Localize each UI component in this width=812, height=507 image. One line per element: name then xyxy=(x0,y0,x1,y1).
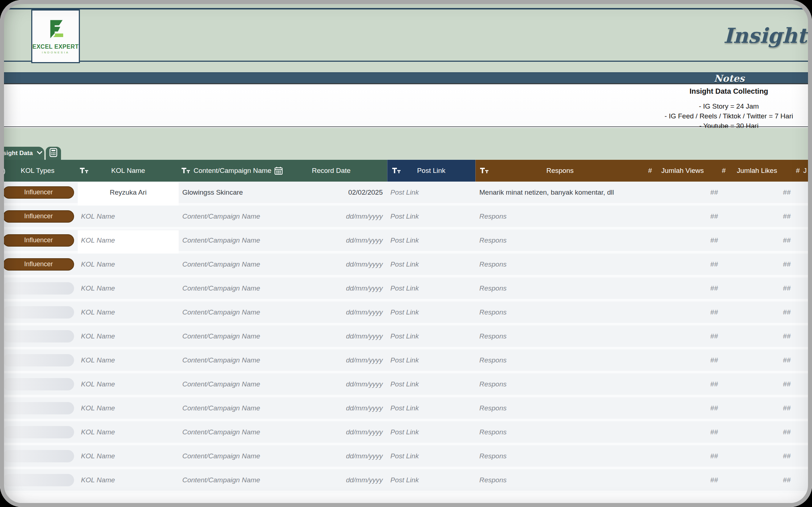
post-link-cell[interactable]: Post Link xyxy=(387,373,475,395)
header-post-link[interactable]: Post Link xyxy=(387,160,475,182)
post-link-cell[interactable]: Post Link xyxy=(387,397,475,419)
respons-cell[interactable]: Respons xyxy=(475,254,645,275)
likes-cell[interactable]: ## xyxy=(721,325,793,347)
post-link-cell[interactable]: Post Link xyxy=(387,421,475,443)
kol-name-cell[interactable]: KOL Name xyxy=(78,373,179,395)
header-record-date[interactable]: Record Date xyxy=(282,160,380,182)
kol-type-chip[interactable]: Influencer xyxy=(3,210,74,223)
respons-cell[interactable]: Respons xyxy=(475,277,645,299)
post-link-cell[interactable]: Post Link xyxy=(387,301,475,323)
content-cell[interactable]: Content/Campaign Name xyxy=(179,301,282,323)
kol-type-chip[interactable] xyxy=(3,354,74,366)
respons-cell[interactable]: Respons xyxy=(475,445,645,467)
kol-type-chip[interactable] xyxy=(3,306,74,319)
views-cell[interactable]: ## xyxy=(645,397,721,419)
content-cell[interactable]: Content/Campaign Name xyxy=(179,373,282,395)
kol-type-chip[interactable] xyxy=(3,474,74,486)
likes-cell[interactable]: ## xyxy=(721,469,793,491)
views-cell[interactable]: ## xyxy=(645,230,721,251)
views-cell[interactable]: ## xyxy=(645,349,721,371)
kol-name-cell[interactable]: KOL Name xyxy=(78,206,179,227)
kol-type-cell[interactable] xyxy=(0,469,75,491)
views-cell[interactable]: ## xyxy=(645,301,721,323)
kol-name-cell[interactable]: KOL Name xyxy=(78,301,179,323)
kol-type-cell[interactable] xyxy=(0,277,75,299)
likes-cell[interactable]: ## xyxy=(721,421,793,443)
likes-cell[interactable]: ## xyxy=(721,230,793,251)
kol-name-cell[interactable]: KOL Name xyxy=(78,445,179,467)
kol-type-chip[interactable] xyxy=(3,426,74,438)
kol-type-chip[interactable] xyxy=(3,450,74,462)
kol-type-cell[interactable] xyxy=(0,349,75,371)
post-link-cell[interactable]: Post Link xyxy=(387,182,475,203)
record-date-cell[interactable]: dd/mm/yyyy xyxy=(282,325,387,347)
content-cell[interactable]: Content/Campaign Name xyxy=(179,469,282,491)
views-cell[interactable]: ## xyxy=(645,206,721,227)
record-date-cell[interactable]: dd/mm/yyyy xyxy=(282,421,387,443)
content-cell[interactable]: Content/Campaign Name xyxy=(179,445,282,467)
kol-type-chip[interactable]: Influencer xyxy=(3,258,74,271)
respons-cell[interactable]: Respons xyxy=(475,373,645,395)
likes-cell[interactable]: ## xyxy=(721,397,793,419)
chevron-down-icon[interactable] xyxy=(36,150,43,157)
record-date-cell[interactable]: dd/mm/yyyy xyxy=(282,373,387,395)
views-cell[interactable]: ## xyxy=(645,254,721,275)
likes-cell[interactable]: ## xyxy=(721,445,793,467)
kol-type-chip[interactable] xyxy=(3,402,74,414)
likes-cell[interactable]: ## xyxy=(721,277,793,299)
post-link-cell[interactable]: Post Link xyxy=(387,349,475,371)
likes-cell[interactable]: ## xyxy=(721,254,793,275)
record-date-cell[interactable]: dd/mm/yyyy xyxy=(282,397,387,419)
kol-name-cell[interactable]: KOL Name xyxy=(78,254,179,275)
record-date-cell[interactable]: dd/mm/yyyy xyxy=(282,469,387,491)
kol-type-cell[interactable] xyxy=(0,445,75,467)
respons-cell[interactable]: Respons xyxy=(475,206,645,227)
kol-type-cell[interactable]: Influencer xyxy=(0,230,75,251)
post-link-cell[interactable]: Post Link xyxy=(387,254,475,275)
respons-cell[interactable]: Respons xyxy=(475,230,645,251)
content-cell[interactable]: Content/Campaign Name xyxy=(179,277,282,299)
header-partial-column[interactable]: J xyxy=(803,160,807,182)
respons-cell[interactable]: Respons xyxy=(475,469,645,491)
likes-cell[interactable]: ## xyxy=(721,301,793,323)
record-date-cell[interactable]: dd/mm/yyyy xyxy=(282,206,387,227)
header-jumlah-views[interactable]: Jumlah Views xyxy=(651,160,714,182)
kol-type-cell[interactable] xyxy=(0,397,75,419)
kol-type-cell[interactable] xyxy=(0,325,75,347)
header-respons[interactable]: Respons xyxy=(475,160,645,182)
respons-cell[interactable]: Menarik minat netizen, banyak komentar, … xyxy=(475,182,645,203)
post-link-cell[interactable]: Post Link xyxy=(387,469,475,491)
content-cell[interactable]: Glowingss Skincare xyxy=(179,182,282,203)
views-cell[interactable]: ## xyxy=(645,182,721,203)
record-date-cell[interactable]: dd/mm/yyyy xyxy=(282,445,387,467)
kol-type-cell[interactable] xyxy=(0,421,75,443)
views-cell[interactable]: ## xyxy=(645,445,721,467)
kol-type-chip[interactable]: Influencer xyxy=(3,234,74,247)
kol-name-cell[interactable]: KOL Name xyxy=(78,230,179,251)
record-date-cell[interactable]: 02/02/2025 xyxy=(282,182,387,203)
kol-type-chip[interactable] xyxy=(3,282,74,295)
kol-name-cell[interactable]: KOL Name xyxy=(78,469,179,491)
kol-type-cell[interactable]: Influencer xyxy=(0,182,75,203)
likes-cell[interactable]: ## xyxy=(721,373,793,395)
header-kol-types[interactable]: KOL Types xyxy=(0,160,75,182)
views-cell[interactable]: ## xyxy=(645,277,721,299)
content-cell[interactable]: Content/Campaign Name xyxy=(179,254,282,275)
respons-cell[interactable]: Respons xyxy=(475,397,645,419)
kol-name-cell[interactable]: KOL Name xyxy=(78,277,179,299)
content-cell[interactable]: Content/Campaign Name xyxy=(179,349,282,371)
views-cell[interactable]: ## xyxy=(645,469,721,491)
views-cell[interactable]: ## xyxy=(645,325,721,347)
post-link-cell[interactable]: Post Link xyxy=(387,277,475,299)
content-cell[interactable]: Content/Campaign Name xyxy=(179,397,282,419)
kol-type-cell[interactable] xyxy=(0,373,75,395)
kol-name-cell[interactable]: KOL Name xyxy=(78,325,179,347)
header-jumlah-likes[interactable]: Jumlah Likes xyxy=(725,160,789,182)
kol-name-cell[interactable]: KOL Name xyxy=(78,397,179,419)
content-cell[interactable]: Content/Campaign Name xyxy=(179,421,282,443)
views-cell[interactable]: ## xyxy=(645,421,721,443)
kol-name-cell[interactable]: Reyzuka Ari xyxy=(78,182,179,203)
post-link-cell[interactable]: Post Link xyxy=(387,445,475,467)
kol-name-cell[interactable]: KOL Name xyxy=(78,349,179,371)
post-link-cell[interactable]: Post Link xyxy=(387,230,475,251)
